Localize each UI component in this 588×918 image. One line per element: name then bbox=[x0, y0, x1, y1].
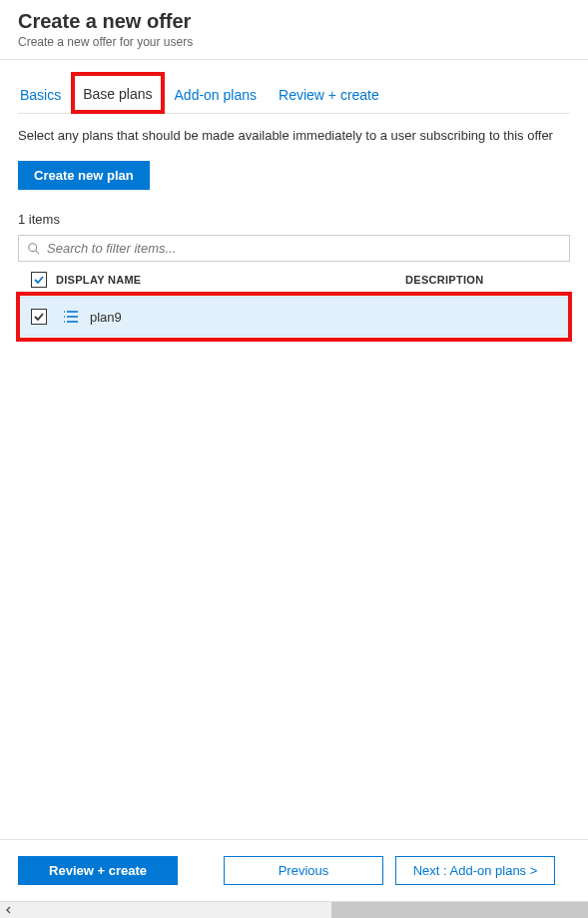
highlight-box-tab bbox=[71, 72, 164, 114]
page-title: Create a new offer bbox=[18, 10, 570, 33]
tab-addon-plans[interactable]: Add-on plans bbox=[173, 79, 260, 113]
tabs-bar: Basics Base plans Add-on plans Review + … bbox=[18, 60, 570, 114]
search-input[interactable] bbox=[47, 241, 561, 256]
description-text: Select any plans that should be made ava… bbox=[18, 128, 570, 143]
horizontal-scrollbar[interactable] bbox=[0, 901, 588, 918]
column-header-display-name[interactable]: DISPLAY NAME bbox=[56, 274, 405, 286]
scroll-left-arrow[interactable] bbox=[0, 902, 17, 918]
tab-review-create[interactable]: Review + create bbox=[277, 79, 381, 113]
column-header-description[interactable]: DESCRIPTION bbox=[405, 274, 566, 286]
scrollbar-thumb[interactable] bbox=[331, 902, 588, 918]
search-icon bbox=[27, 242, 41, 256]
table-header: DISPLAY NAME DESCRIPTION bbox=[18, 262, 570, 297]
create-new-plan-button[interactable]: Create new plan bbox=[18, 161, 150, 190]
row-checkbox[interactable] bbox=[31, 309, 47, 325]
review-create-button[interactable]: Review + create bbox=[18, 856, 178, 885]
items-count: 1 items bbox=[18, 212, 570, 227]
page-header: Create a new offer Create a new offer fo… bbox=[0, 0, 588, 60]
tab-basics[interactable]: Basics bbox=[18, 79, 63, 113]
table-row[interactable]: plan9 bbox=[18, 297, 570, 337]
svg-line-1 bbox=[36, 250, 40, 254]
tab-base-plans[interactable]: Base plans bbox=[81, 78, 154, 114]
footer-bar: Review + create Previous Next : Add-on p… bbox=[0, 839, 588, 901]
plan-icon bbox=[62, 308, 80, 326]
svg-point-0 bbox=[29, 243, 37, 251]
content-area: Select any plans that should be made ava… bbox=[0, 114, 588, 839]
select-all-checkbox[interactable] bbox=[31, 272, 47, 288]
scrollbar-track[interactable] bbox=[17, 902, 588, 918]
page-subtitle: Create a new offer for your users bbox=[18, 35, 570, 49]
previous-button[interactable]: Previous bbox=[224, 856, 383, 885]
next-button[interactable]: Next : Add-on plans > bbox=[395, 856, 555, 885]
row-display-name: plan9 bbox=[90, 310, 122, 325]
search-row[interactable] bbox=[18, 235, 570, 262]
